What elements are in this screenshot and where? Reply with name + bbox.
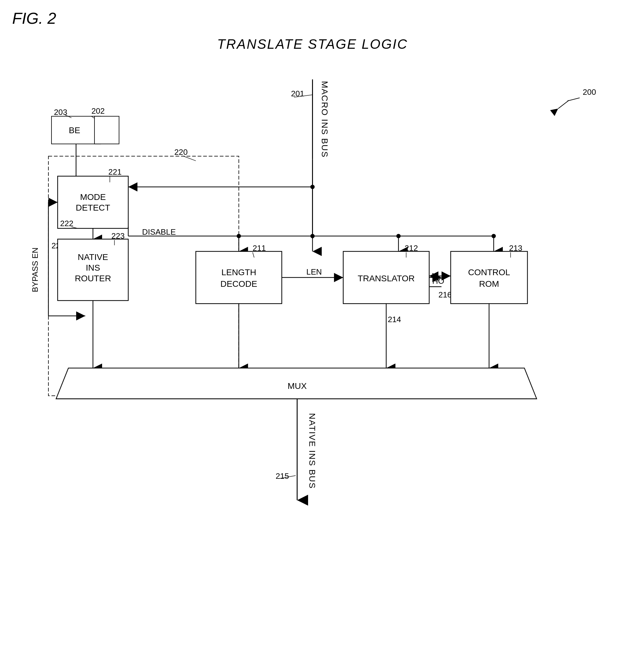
control-rom-label2: ROM [479, 279, 499, 289]
length-decode-block [196, 251, 282, 304]
diagram-title: TRANSLATE STAGE LOGIC [0, 37, 625, 52]
ref-223: 223 [111, 231, 125, 240]
svg-line-1 [568, 98, 580, 101]
ref-222: 222 [60, 219, 73, 228]
native-ins-bus-label: NATIVE INS BUS [308, 413, 317, 489]
svg-line-9 [184, 157, 196, 161]
ref-220: 220 [174, 147, 188, 157]
ref-211: 211 [253, 243, 266, 253]
ho-label: HO [432, 277, 444, 286]
native-ins-router-label1: NATIVE [78, 252, 108, 262]
ref-202: 202 [91, 106, 105, 116]
length-decode-label2: DECODE [220, 279, 257, 289]
svg-rect-7 [94, 116, 119, 144]
diagram-container: 200 MACRO INS BUS 201 BE 203 202 220 MOD… [18, 55, 607, 654]
bypass-en-label: BYPASS EN [30, 247, 40, 292]
mux-label: MUX [288, 381, 307, 391]
len-label: LEN [306, 267, 322, 276]
translator-label: TRANSLATOR [358, 273, 415, 283]
mode-detect-label: MODE [80, 192, 106, 202]
control-rom-block [451, 251, 528, 304]
ref-212: 212 [405, 243, 418, 253]
control-rom-label1: CONTROL [468, 267, 510, 277]
be-label: BE [69, 125, 80, 135]
fig-title: FIG. 2 [12, 9, 56, 27]
ref-216: 216 [438, 290, 452, 299]
ref-221: 221 [108, 167, 122, 176]
mode-detect-label2: DETECT [76, 203, 110, 212]
ref-214: 214 [388, 315, 401, 324]
native-ins-router-label2: INS [86, 263, 100, 272]
native-ins-router-label3: ROUTER [75, 273, 111, 283]
ref-215: 215 [276, 472, 289, 481]
length-decode-label1: LENGTH [221, 267, 256, 277]
macro-ins-bus-label: MACRO INS BUS [320, 81, 330, 158]
ref-200: 200 [583, 88, 596, 97]
ref-213: 213 [509, 243, 522, 253]
svg-line-2 [558, 100, 569, 109]
disable-label: DISABLE [142, 227, 176, 236]
